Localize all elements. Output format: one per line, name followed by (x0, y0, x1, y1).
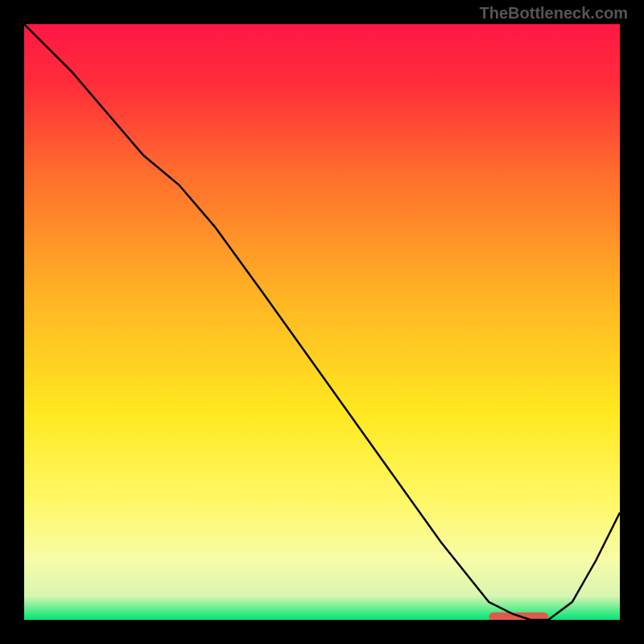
chart-svg (24, 24, 620, 620)
watermark-text: TheBottleneck.com (480, 4, 628, 23)
plot-area (24, 24, 620, 620)
chart-container: TheBottleneck.com (0, 0, 644, 644)
gradient-background (24, 24, 620, 620)
